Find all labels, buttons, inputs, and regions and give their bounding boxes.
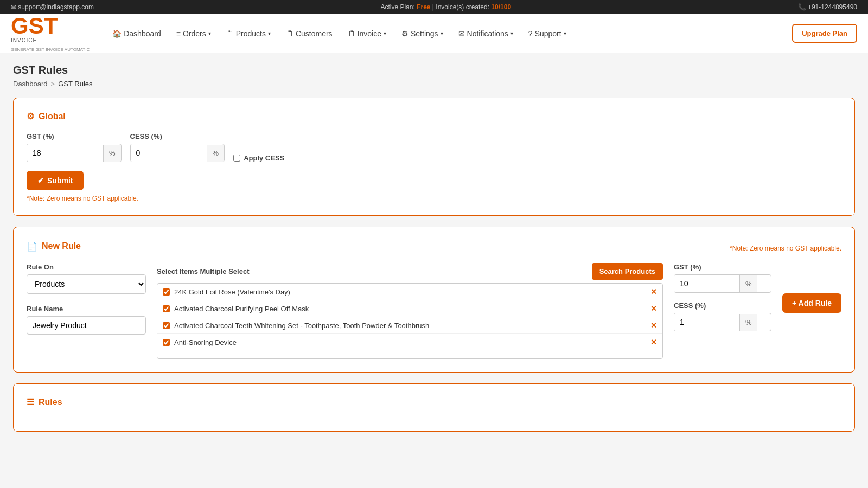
global-icon: ⚙	[27, 111, 34, 121]
nav-links: 🏠 Dashboard ≡ Orders ▾ 🗒 Products ▾ 🗒 Cu…	[106, 24, 857, 43]
list-item: Activated Charcoal Teeth Whitening Set -…	[157, 317, 662, 334]
item-label-3: Activated Charcoal Teeth Whitening Set -…	[174, 322, 646, 330]
support-email: ✉ support@indiagstapp.com	[11, 3, 94, 11]
nav-customers-label: Customers	[296, 29, 333, 38]
item-remove-4[interactable]: ✕	[650, 338, 657, 346]
new-rule-cess-label: CESS (%)	[674, 301, 771, 310]
new-rule-gst-percent-icon: %	[739, 275, 757, 292]
new-rule-gst-cess-col: GST (%) % CESS (%) %	[674, 263, 771, 331]
nav-settings-label: Settings	[411, 29, 438, 38]
search-products-button[interactable]: Search Products	[592, 263, 663, 280]
new-rule-icon: 📄	[27, 241, 37, 252]
new-rule-gst-group: GST (%) %	[674, 263, 771, 293]
submit-check-icon: ✔	[37, 176, 44, 185]
apply-cess-row: Apply CESS	[233, 154, 284, 162]
page-title: GST Rules	[13, 64, 855, 76]
select-items-label: Select Items Multiple Select	[157, 267, 250, 275]
gst-input[interactable]: 18	[27, 144, 103, 162]
invoice-chevron-icon: ▾	[384, 30, 386, 36]
nav-products[interactable]: 🗒 Products ▾	[220, 25, 277, 42]
add-rule-button[interactable]: + Add Rule	[782, 293, 841, 313]
top-bar: ✉ support@indiagstapp.com Active Plan: F…	[0, 0, 868, 14]
global-section-card: ⚙ Global GST (%) 18 % CESS (%) 0 % Apply	[13, 98, 855, 216]
orders-icon: ≡	[176, 29, 181, 38]
gst-input-wrapper: 18 %	[27, 144, 122, 162]
new-rule-cess-percent-icon: %	[739, 314, 757, 331]
nav-products-label: Products	[236, 29, 266, 38]
nav-settings[interactable]: ⚙ Settings ▾	[395, 25, 450, 42]
nav-notifications-label: Notifications	[467, 29, 508, 38]
nav-dashboard[interactable]: 🏠 Dashboard	[106, 25, 168, 42]
new-rule-gst-label: GST (%)	[674, 263, 771, 271]
settings-icon: ⚙	[401, 29, 409, 38]
breadcrumb-current: GST Rules	[58, 80, 92, 88]
gst-percent-icon: %	[103, 145, 121, 162]
gst-group: GST (%) 18 %	[27, 132, 122, 162]
new-rule-cess-input[interactable]	[674, 313, 739, 331]
notifications-chevron-icon: ▾	[510, 30, 513, 36]
global-submit-button[interactable]: ✔ Submit	[27, 171, 84, 190]
new-rule-title: 📄 New Rule	[27, 241, 81, 252]
item-remove-3[interactable]: ✕	[650, 321, 657, 330]
page-content: GST Rules Dashboard > GST Rules ⚙ Global…	[0, 53, 868, 442]
customers-icon: 🗒	[286, 29, 293, 38]
phone-number: 📞 +91-1244895490	[798, 3, 857, 11]
nav-invoice-label: Invoice	[358, 29, 381, 38]
cess-input[interactable]: 0	[131, 144, 207, 162]
plan-info: Active Plan: Free | Invoice(s) created: …	[380, 3, 511, 11]
item-label-2: Activated Charcoal Purifying Peel Off Ma…	[174, 305, 646, 313]
list-item: 24K Gold Foil Rose (Valentine's Day) ✕	[157, 284, 662, 300]
list-item: Activated Charcoal Purifying Peel Off Ma…	[157, 300, 662, 317]
rules-section-title: ☰ Rules	[27, 397, 841, 407]
item-checkbox-1[interactable]	[163, 288, 170, 296]
global-section-title: ⚙ Global	[27, 111, 841, 121]
notifications-icon: ✉	[458, 29, 465, 38]
navbar: GST INVOICE GENERATE GST INVOICE AUTOMAT…	[0, 14, 868, 53]
support-chevron-icon: ▾	[564, 30, 566, 36]
nav-orders[interactable]: ≡ Orders ▾	[170, 25, 218, 42]
new-rule-header: 📄 New Rule *Note: Zero means no GST appl…	[27, 240, 841, 252]
apply-cess-label[interactable]: Apply CESS	[244, 154, 284, 162]
rule-on-select[interactable]: Products Customers Categories	[27, 274, 146, 294]
breadcrumb-separator: >	[51, 80, 55, 88]
products-icon: 🗒	[226, 29, 234, 38]
new-rule-gst-input[interactable]	[674, 275, 739, 292]
list-item: Anti-Snoring Device ✕	[157, 334, 662, 350]
new-rule-note: *Note: Zero means no GST applicable.	[730, 245, 841, 252]
item-label-4: Anti-Snoring Device	[174, 338, 646, 346]
rule-on-label: Rule On	[27, 263, 146, 271]
support-icon: ?	[528, 29, 533, 38]
new-rule-form-row: Rule On Products Customers Categories Ru…	[27, 263, 841, 359]
rule-name-label: Rule Name	[27, 305, 146, 313]
nav-orders-label: Orders	[183, 29, 206, 38]
nav-customers[interactable]: 🗒 Customers	[279, 25, 339, 42]
rule-name-group: Rule Name	[27, 305, 146, 335]
item-remove-2[interactable]: ✕	[650, 304, 657, 313]
rules-section-card: ☰ Rules	[13, 383, 855, 432]
item-checkbox-4[interactable]	[163, 339, 170, 346]
global-form-row: GST (%) 18 % CESS (%) 0 % Apply CESS	[27, 132, 841, 162]
item-checkbox-2[interactable]	[163, 305, 170, 312]
logo[interactable]: GST INVOICE GENERATE GST INVOICE AUTOMAT…	[11, 15, 90, 53]
rule-name-input[interactable]	[27, 316, 146, 335]
nav-support[interactable]: ? Support ▾	[522, 25, 573, 42]
logo-gst-text: GST	[11, 15, 90, 37]
items-header: Select Items Multiple Select Search Prod…	[157, 263, 663, 280]
new-rule-cess-group: CESS (%) %	[674, 301, 771, 331]
gst-label: GST (%)	[27, 132, 122, 140]
orders-chevron-icon: ▾	[208, 30, 211, 36]
products-chevron-icon: ▾	[268, 30, 271, 36]
upgrade-plan-button[interactable]: Upgrade Plan	[792, 24, 857, 43]
apply-cess-checkbox[interactable]	[233, 155, 240, 162]
new-rule-card: 📄 New Rule *Note: Zero means no GST appl…	[13, 227, 855, 373]
logo-tagline: GENERATE GST INVOICE AUTOMATIC	[11, 47, 90, 52]
nav-invoice[interactable]: 🗒 Invoice ▾	[341, 25, 393, 42]
global-note: *Note: Zero means no GST applicable.	[27, 195, 841, 202]
item-remove-1[interactable]: ✕	[650, 287, 657, 296]
items-select-section: Select Items Multiple Select Search Prod…	[157, 263, 663, 359]
cess-input-wrapper: 0 %	[130, 144, 225, 162]
item-checkbox-3[interactable]	[163, 322, 170, 329]
items-list: 24K Gold Foil Rose (Valentine's Day) ✕ A…	[157, 283, 663, 359]
nav-notifications[interactable]: ✉ Notifications ▾	[452, 25, 520, 42]
breadcrumb-home[interactable]: Dashboard	[13, 80, 48, 88]
